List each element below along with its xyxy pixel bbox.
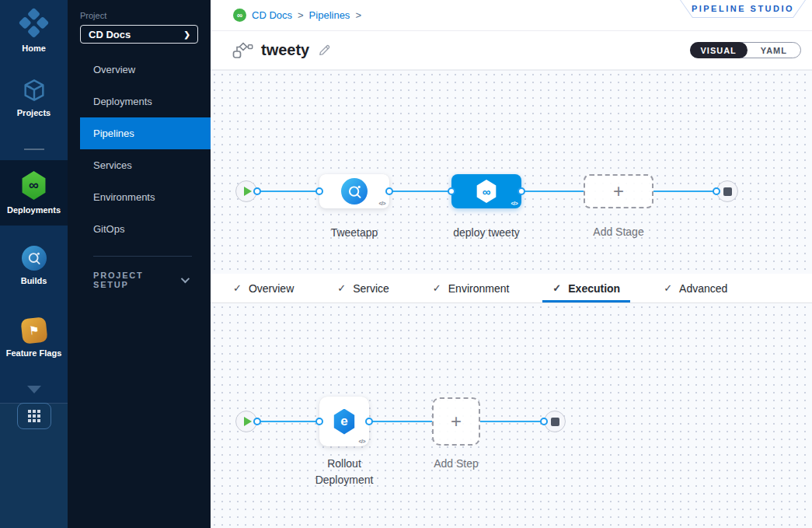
edit-pencil-icon[interactable]: [317, 43, 332, 58]
cube-icon: [22, 78, 47, 103]
node-port[interactable]: [713, 187, 720, 195]
stage-config-tabs: ✓ Overview ✓ Service ✓ Environment ✓ Exe…: [211, 274, 812, 303]
add-stage-button[interactable]: +: [584, 174, 653, 208]
chevron-down-icon[interactable]: [27, 386, 41, 393]
ci-module-icon: [22, 246, 47, 271]
project-selector[interactable]: CD Docs ❯: [80, 25, 198, 44]
stop-icon: [551, 418, 559, 426]
rail-item-label: Feature Flags: [6, 348, 62, 358]
code-icon: </>: [358, 439, 365, 444]
module-rail: Home Projects ∞ Deployments Builds ⚑ Fea…: [0, 0, 68, 528]
toggle-visual-button[interactable]: VISUAL: [690, 42, 748, 58]
node-port[interactable]: [315, 187, 323, 195]
add-step-label: Add Step: [406, 456, 507, 472]
breadcrumb-separator: >: [298, 9, 304, 21]
pipeline-edge: [257, 191, 319, 192]
pipeline-edge: [369, 421, 432, 422]
deploy-stage-icon: ∞: [476, 180, 497, 203]
cd-module-icon: ∞: [21, 171, 47, 200]
code-icon: </>: [378, 201, 385, 206]
step-node-rollout-deployment[interactable]: e </>: [319, 397, 369, 446]
pipeline-title-bar: tweety VISUAL YAML: [211, 31, 812, 70]
tab-execution[interactable]: ✓ Execution: [542, 274, 630, 302]
tab-label: Advanced: [679, 282, 727, 295]
rail-bottom-section: [0, 403, 68, 528]
node-port[interactable]: [540, 418, 548, 425]
pipeline-title: tweety: [261, 41, 309, 59]
sidebar-item-services[interactable]: Services: [68, 149, 211, 181]
add-step-button[interactable]: +: [432, 397, 480, 446]
rail-item-home[interactable]: Home: [0, 11, 68, 53]
stage-node-deploy-tweety[interactable]: ∞ </>: [451, 174, 521, 208]
home-icon: [17, 8, 51, 42]
rail-item-label: Home: [22, 44, 46, 53]
check-icon: ✓: [233, 282, 242, 294]
tab-service[interactable]: ✓ Service: [327, 274, 399, 302]
tab-label: Overview: [249, 282, 294, 295]
breadcrumb-pipelines-link[interactable]: Pipelines: [309, 9, 350, 21]
pipeline-edge: [257, 421, 319, 422]
rail-item-builds[interactable]: Builds: [0, 246, 68, 285]
rollout-deployment-icon: e: [333, 409, 356, 435]
rail-item-feature-flags[interactable]: ⚑ Feature Flags: [0, 318, 68, 358]
sidebar-item-overview[interactable]: Overview: [68, 54, 211, 86]
pipeline-edge: [480, 421, 544, 422]
rail-divider: [24, 149, 44, 150]
all-modules-button[interactable]: [17, 403, 51, 429]
sidebar-item-deployments[interactable]: Deployments: [68, 86, 211, 117]
stage-canvas[interactable]: </> ∞ </> + Tweetapp deploy tweety Add S…: [211, 70, 812, 274]
pipeline-studio-badge: PIPELINE STUDIO: [680, 0, 806, 18]
custom-stage-icon: [341, 178, 368, 205]
sidebar-item-gitops[interactable]: GitOps: [68, 213, 211, 245]
visual-yaml-toggle: VISUAL YAML: [690, 42, 802, 58]
project-nav-list: Overview Deployments Pipelines Services …: [68, 54, 211, 245]
node-port[interactable]: [315, 418, 323, 425]
play-icon: [244, 417, 252, 426]
pipeline-studio-badge-label: PIPELINE STUDIO: [681, 0, 805, 17]
sidebar-divider: [93, 256, 192, 257]
node-port[interactable]: [385, 187, 393, 195]
rail-item-projects[interactable]: Projects: [0, 78, 68, 117]
node-port[interactable]: [365, 418, 373, 425]
project-setup-label: PROJECT SETUP: [93, 271, 181, 289]
stage-label: deploy tweety: [424, 225, 549, 241]
plus-icon: +: [451, 412, 462, 431]
pipeline-edge: [521, 191, 584, 192]
project-section-label: Project: [80, 11, 211, 20]
node-port[interactable]: [253, 187, 261, 195]
tab-overview[interactable]: ✓ Overview: [223, 274, 304, 302]
pipeline-graph-icon: [232, 42, 253, 59]
breadcrumb-project-link[interactable]: CD Docs: [252, 9, 292, 21]
check-icon: ✓: [552, 282, 561, 294]
rail-item-deployments[interactable]: ∞ Deployments: [0, 160, 68, 226]
feature-flags-icon: ⚑: [20, 316, 47, 344]
tab-environment[interactable]: ✓ Environment: [423, 274, 520, 302]
project-setup-toggle[interactable]: PROJECT SETUP: [68, 271, 211, 289]
node-port[interactable]: [518, 187, 525, 195]
code-icon: </>: [511, 201, 518, 206]
check-icon: ✓: [664, 282, 672, 294]
breadcrumb-separator: >: [355, 9, 361, 21]
sidebar-item-pipelines[interactable]: Pipelines: [80, 117, 211, 149]
rail-item-label: Builds: [21, 276, 47, 285]
stop-icon: [723, 187, 732, 196]
stage-node-tweetapp[interactable]: </>: [319, 174, 389, 208]
pipeline-studio-main: PIPELINE STUDIO ∞ CD Docs > Pipelines > …: [211, 0, 812, 528]
stage-label: Tweetapp: [296, 225, 413, 241]
tab-label: Environment: [448, 282, 510, 295]
chevron-down-icon: [181, 274, 190, 283]
node-port[interactable]: [253, 418, 261, 425]
node-port[interactable]: [448, 187, 455, 195]
rail-item-label: Projects: [17, 108, 51, 117]
play-icon: [244, 187, 252, 196]
chevron-right-icon: ❯: [184, 30, 190, 39]
toggle-yaml-button[interactable]: YAML: [748, 46, 800, 55]
execution-canvas[interactable]: e </> + Rollout Deployment Add Step: [211, 303, 812, 528]
tab-label: Service: [353, 282, 389, 295]
project-sidebar: Project CD Docs ❯ Overview Deployments P…: [68, 0, 211, 528]
plus-icon: +: [613, 182, 624, 201]
sidebar-item-environments[interactable]: Environments: [68, 181, 211, 213]
pipeline-edge: [389, 191, 451, 192]
step-label: Rollout Deployment: [298, 456, 391, 488]
tab-advanced[interactable]: ✓ Advanced: [653, 274, 737, 302]
